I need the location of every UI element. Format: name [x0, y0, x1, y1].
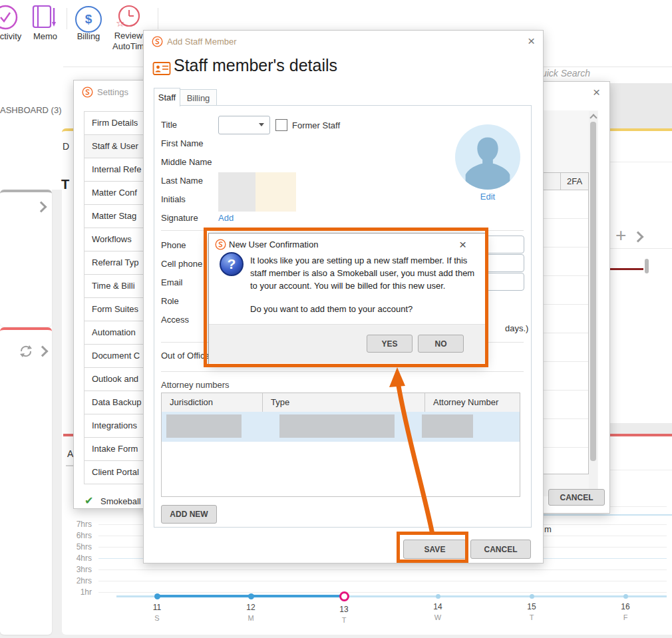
confirmation-question: Do you want to add them to your account? — [250, 304, 413, 314]
signature-add-link[interactable]: Add — [218, 213, 234, 223]
attorney-table-selected-row[interactable] — [162, 412, 520, 442]
staff-card-icon — [152, 60, 171, 77]
activity-icon[interactable] — [0, 3, 21, 33]
column-attorney-number[interactable]: Attorney Number — [425, 393, 520, 412]
initials-swatch-gray[interactable] — [218, 172, 255, 212]
column-jurisdiction[interactable]: Jurisdiction — [162, 393, 263, 412]
app-root: ctivity Memo $ Billing ☆ Review AutoTim … — [0, 0, 672, 638]
form-field-label: Phone — [161, 240, 186, 250]
attorney-table: Jurisdiction Type Attorney Number — [161, 393, 520, 497]
timeline-day-number: 12 — [231, 603, 271, 612]
staff-table-2fa-header[interactable]: 2FA — [560, 173, 588, 190]
timeline-day: 13 T — [324, 593, 364, 624]
star-icon: ☆ — [116, 17, 124, 29]
tab-billing[interactable]: Billing — [180, 89, 217, 106]
timeline-day-dot[interactable] — [154, 593, 160, 599]
timeline-day: 15 T — [512, 593, 552, 621]
close-icon[interactable]: × — [528, 35, 535, 47]
smokeball-icon — [82, 86, 93, 98]
yes-button[interactable]: YES — [367, 335, 413, 353]
initials-swatch-cream[interactable] — [255, 172, 296, 212]
no-button[interactable]: NO — [418, 335, 464, 353]
confirmation-message: It looks like you are setting up a new s… — [250, 254, 475, 292]
staff-window-cancel-button[interactable]: CANCEL — [548, 489, 605, 506]
right-gray-band — [609, 83, 672, 128]
form-divider — [161, 230, 524, 231]
gridline — [98, 592, 667, 593]
add-plus-icon[interactable]: + — [615, 225, 626, 246]
right-divider2 — [609, 248, 672, 249]
hours-axis-label: 1hr — [81, 587, 92, 597]
close-icon[interactable]: × — [593, 86, 600, 98]
memo-icon[interactable] — [31, 4, 59, 29]
title-dropdown[interactable] — [218, 116, 270, 134]
scrollbar-thumb[interactable] — [590, 122, 596, 461]
dashboard-card-left-bottom — [0, 327, 52, 635]
dialog-title: Add Staff Member — [167, 37, 237, 47]
hours-axis-label: 7hrs — [77, 520, 92, 529]
right-gray-band2 — [609, 423, 672, 434]
smokeball-icon — [215, 239, 226, 250]
person-silhouette-icon — [455, 124, 520, 190]
smokeball-icon — [152, 36, 163, 47]
dashboard-card-left-top — [0, 190, 52, 327]
chevron-right-icon[interactable] — [37, 202, 45, 214]
gridline — [98, 581, 667, 581]
chevron-right-icon[interactable] — [39, 346, 47, 358]
attorney-table-header: Jurisdiction Type Attorney Number — [162, 393, 520, 412]
gridline — [98, 569, 667, 570]
days-fragment: days.) — [505, 323, 528, 333]
form-field-label: Initials — [161, 194, 186, 204]
tab-staff[interactable]: Staff — [154, 88, 180, 106]
redacted-cell — [279, 414, 395, 438]
tab-billing-label: Billing — [187, 93, 210, 103]
timeline-day-dot[interactable] — [248, 593, 254, 599]
hours-axis-label: 3hrs — [77, 565, 92, 574]
timeline-day: 14 W — [418, 593, 458, 621]
timeline-day-dot[interactable] — [530, 594, 534, 599]
red-accent-bar — [609, 434, 672, 436]
timeline-day-letter: T — [512, 613, 552, 621]
right-divider — [609, 162, 672, 162]
former-staff-checkbox[interactable] — [275, 119, 287, 131]
form-field-label: Title — [161, 120, 177, 130]
timeline-day-dot[interactable] — [623, 594, 628, 599]
timeline-day-number: 14 — [418, 602, 458, 611]
chevron-right-icon[interactable] — [634, 232, 642, 243]
toolbar-item-activity[interactable]: ctivity — [0, 31, 25, 41]
timeline-day-letter: W — [418, 613, 458, 621]
timeline-day-dot[interactable] — [339, 591, 349, 601]
form-divider — [161, 371, 524, 372]
toolbar-item-review-line1[interactable]: Review — [108, 31, 148, 41]
page-title: Staff member's details — [174, 56, 337, 75]
save-button[interactable]: SAVE — [403, 540, 466, 559]
timeline-day-letter: T — [324, 616, 364, 624]
scrollbar-track[interactable] — [589, 111, 597, 496]
form-field-label: Last Name — [161, 176, 203, 186]
hours-axis-label: 5hrs — [77, 542, 92, 552]
hours-axis-label: 4hrs — [77, 554, 92, 563]
form-field-label: Access — [161, 315, 189, 325]
confirmation-title: New User Confirmation — [229, 239, 318, 249]
mini-chart-line — [610, 268, 643, 270]
column-2fa-label: 2FA — [567, 176, 582, 186]
former-staff-label: Former Staff — [292, 120, 340, 130]
check-icon: ✔ — [84, 494, 93, 507]
refresh-icon[interactable] — [19, 345, 33, 358]
out-of-office-label: Out of Office — [161, 351, 210, 361]
scroll-up-icon[interactable] — [589, 114, 597, 121]
timeline-day-number: 16 — [605, 602, 645, 611]
avatar-edit-link[interactable]: Edit — [467, 192, 508, 202]
hours-axis-label: 6hrs — [77, 531, 92, 540]
timeline-day-number: 11 — [137, 603, 177, 612]
column-type[interactable]: Type — [263, 393, 425, 412]
add-new-button[interactable]: ADD NEW — [161, 505, 217, 524]
timeline-day-dot[interactable] — [436, 594, 440, 599]
mini-scroll-handle[interactable] — [645, 259, 649, 273]
close-icon[interactable]: × — [459, 238, 466, 251]
cancel-button[interactable]: CANCEL — [470, 540, 531, 559]
new-user-confirmation-dialog: New User Confirmation × ? It looks like … — [208, 233, 486, 365]
timeline-day: 16 F — [605, 593, 645, 621]
timeline-day-letter: M — [231, 614, 271, 622]
toolbar-item-memo[interactable]: Memo — [27, 31, 64, 41]
